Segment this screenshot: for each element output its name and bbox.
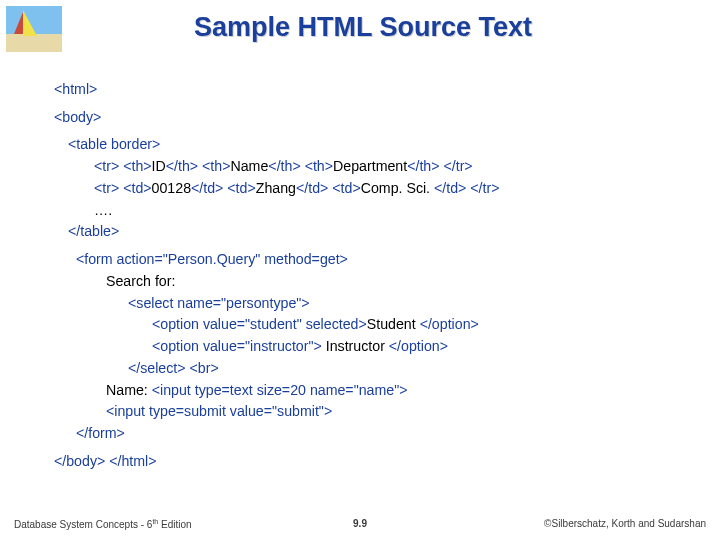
code-line: Name: <input type=text size=20 name="nam… xyxy=(106,381,720,400)
sailboat-icon xyxy=(6,6,62,52)
title-bar: Sample HTML Source Text xyxy=(0,0,720,52)
footer-page-number: 9.9 xyxy=(353,518,367,529)
code-line: Search for: xyxy=(106,272,720,291)
slide-body: <html> <body> <table border> <tr> <th>ID… xyxy=(0,52,720,470)
code-line: <option value="student" selected>Student… xyxy=(152,315,720,334)
code-line: </form> xyxy=(76,424,720,443)
code-line: …. xyxy=(94,201,720,220)
code-line: <tr> <th>ID</th> <th>Name</th> <th>Depar… xyxy=(94,157,720,176)
code-line: <option value="instructor"> Instructor <… xyxy=(152,337,720,356)
code-line: </body> </html> xyxy=(54,452,720,471)
code-line: <form action="Person.Query" method=get> xyxy=(76,250,720,269)
slide-title: Sample HTML Source Text xyxy=(62,6,720,43)
code-line: <table border> xyxy=(68,135,720,154)
code-line: <body> xyxy=(54,108,720,127)
code-line: <input type=submit value="submit"> xyxy=(106,402,720,421)
code-line: <html> xyxy=(54,80,720,99)
code-line: </table> xyxy=(68,222,720,241)
footer-left: Database System Concepts - 6th Edition xyxy=(14,518,192,530)
code-line: <tr> <td>00128</td> <td>Zhang</td> <td>C… xyxy=(94,179,720,198)
footer-right: ©Silberschatz, Korth and Sudarshan xyxy=(544,518,706,530)
code-line: <select name="persontype"> xyxy=(128,294,720,313)
code-line: </select> <br> xyxy=(128,359,720,378)
slide-footer: Database System Concepts - 6th Edition 9… xyxy=(0,518,720,530)
